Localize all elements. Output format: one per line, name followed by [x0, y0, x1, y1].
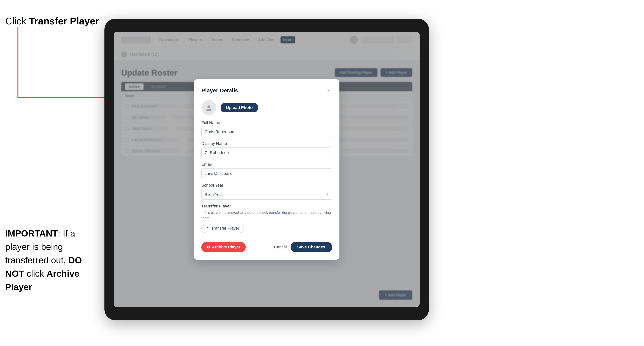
transfer-description: If this player has moved to another scho…	[202, 210, 332, 221]
tablet-device: Dashboard Players Teams Schedule Add-Ons…	[104, 19, 429, 320]
annotation-line2: click	[24, 269, 46, 279]
top-annotation: Click Transfer Player	[5, 15, 99, 27]
modal-overlay: Player Details × Upload Photo Full N	[114, 32, 420, 307]
annotation-bold: Transfer Player	[29, 16, 99, 26]
display-name-input[interactable]	[202, 148, 332, 158]
email-input[interactable]	[202, 168, 332, 179]
svg-point-4	[206, 109, 212, 111]
display-name-label: Display Name	[202, 141, 332, 146]
school-year-select-wrapper: First Year Second Year Third Year Fourth…	[202, 189, 332, 200]
save-changes-button[interactable]: Save Changes	[290, 242, 332, 252]
school-year-select[interactable]: First Year Second Year Third Year Fourth…	[202, 189, 332, 200]
transfer-btn-label: Transfer Player	[211, 226, 239, 231]
full-name-group: Full Name	[202, 120, 332, 137]
cancel-button[interactable]: Cancel	[274, 245, 287, 250]
email-group: Email	[202, 162, 332, 179]
annotation-prefix: Click	[5, 16, 29, 26]
transfer-player-label: Transfer Player	[202, 204, 332, 208]
school-year-label: School Year	[202, 183, 332, 188]
display-name-group: Display Name	[202, 141, 332, 158]
full-name-label: Full Name	[202, 120, 332, 125]
full-name-input[interactable]	[202, 127, 332, 137]
bottom-annotation: IMPORTANT: If a player is being transfer…	[5, 227, 95, 294]
archive-icon: ⊘	[207, 245, 210, 250]
modal-title: Player Details	[202, 87, 238, 94]
player-details-modal: Player Details × Upload Photo Full N	[194, 79, 340, 260]
archive-btn-label: Archive Player	[212, 245, 240, 250]
archive-player-button[interactable]: ⊘ Archive Player	[202, 242, 246, 252]
transfer-player-section: Transfer Player If this player has moved…	[202, 204, 332, 233]
upload-photo-button[interactable]: Upload Photo	[221, 103, 258, 112]
annotation-important: IMPORTANT	[5, 228, 58, 238]
photo-row: Upload Photo	[202, 100, 332, 115]
modal-close-button[interactable]: ×	[324, 87, 332, 94]
player-avatar	[202, 100, 216, 115]
modal-header: Player Details ×	[202, 87, 332, 94]
modal-footer: ⊘ Archive Player Cancel Save Changes	[202, 238, 332, 252]
transfer-icon: ↻	[206, 226, 210, 231]
transfer-player-button[interactable]: ↻ Transfer Player	[202, 224, 244, 233]
email-label: Email	[202, 162, 332, 167]
footer-right: Cancel Save Changes	[274, 242, 332, 252]
svg-point-3	[208, 105, 210, 108]
tablet-screen: Dashboard Players Teams Schedule Add-Ons…	[114, 32, 420, 307]
school-year-group: School Year First Year Second Year Third…	[202, 183, 332, 200]
